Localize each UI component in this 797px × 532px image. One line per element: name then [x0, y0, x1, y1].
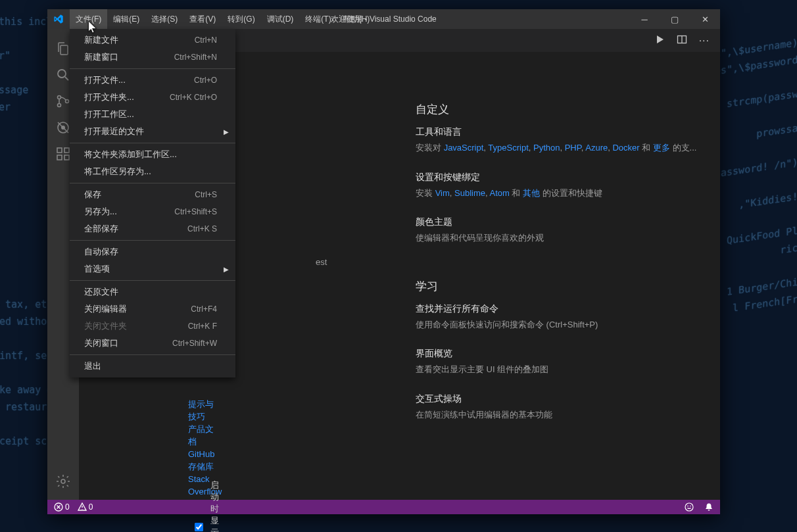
- customize-heading: 自定义: [416, 102, 700, 117]
- link-python[interactable]: Python: [533, 143, 560, 153]
- save-item[interactable]: 保存Ctrl+S: [70, 186, 235, 203]
- new-window-item[interactable]: 新建窗口Ctrl+Shift+N: [70, 49, 235, 66]
- more-actions-icon[interactable]: ···: [699, 35, 710, 47]
- menu-entry-label: 将工作区另存为...: [84, 166, 151, 178]
- preferences-item[interactable]: 首选项▶: [70, 260, 235, 278]
- menu-entry-shortcut: Ctrl+Shift+W: [172, 339, 217, 348]
- exit-item[interactable]: 退出: [70, 358, 235, 375]
- link-azure[interactable]: Azure: [585, 143, 608, 153]
- menu-entry-shortcut: Ctrl+Shift+S: [174, 207, 217, 216]
- link-github-repo[interactable]: GitHub 存储库: [188, 448, 222, 473]
- menu-entry-shortcut: Ctrl+K Ctrl+O: [170, 93, 217, 102]
- link-docker[interactable]: Docker: [612, 143, 639, 153]
- ui-overview-desc: 查看突出显示主要 UI 组件的叠加图: [416, 363, 700, 376]
- link-other-keymaps[interactable]: 其他: [523, 188, 540, 198]
- menu-entry-label: 打开文件...: [84, 74, 126, 86]
- ui-overview-section[interactable]: 界面概览 查看突出显示主要 UI 组件的叠加图: [416, 348, 700, 376]
- open-workspace-item[interactable]: 打开工作区...: [70, 106, 235, 123]
- svg-point-3: [66, 100, 69, 103]
- settings-title: 设置和按键绑定: [416, 172, 700, 183]
- vscode-logo-icon: [47, 14, 70, 24]
- recent-fragment: est: [316, 257, 327, 267]
- show-welcome-label: 启动时显示欢迎页: [210, 479, 219, 532]
- link-docs[interactable]: 产品文档: [188, 423, 222, 448]
- menu-selection[interactable]: 选择(S): [145, 9, 183, 29]
- menu-help[interactable]: 帮助(H): [337, 9, 376, 29]
- svg-rect-9: [64, 148, 69, 153]
- svg-point-1: [58, 96, 61, 99]
- menu-entry-label: 退出: [84, 360, 101, 372]
- svg-point-13: [685, 503, 693, 511]
- menu-edit[interactable]: 编辑(E): [107, 9, 145, 29]
- open-file-item[interactable]: 打开文件...Ctrl+O: [70, 72, 235, 89]
- tools-title: 工具和语言: [416, 126, 700, 138]
- status-problems[interactable]: 0 0: [54, 502, 93, 512]
- autosave-item[interactable]: 自动保存: [70, 243, 235, 260]
- link-more-langs[interactable]: 更多: [653, 143, 670, 153]
- menu-entry-label: 新建文件: [84, 34, 118, 46]
- revert-file-item[interactable]: 还原文件: [70, 283, 235, 301]
- link-typescript[interactable]: TypeScript: [488, 143, 528, 153]
- color-desc: 使编辑器和代码呈现你喜欢的外观: [416, 231, 700, 245]
- settings-gear-icon[interactable]: [47, 468, 79, 495]
- save-all-item[interactable]: 全部保存Ctrl+K S: [70, 220, 235, 237]
- svg-point-10: [61, 479, 65, 483]
- find-commands-title: 查找并运行所有命令: [416, 303, 700, 315]
- menu-view[interactable]: 查看(V): [183, 9, 222, 29]
- menu-entry-label: 保存: [84, 189, 101, 201]
- notifications-bell-icon[interactable]: [704, 502, 713, 512]
- svg-point-14: [687, 506, 688, 507]
- open-folder-item[interactable]: 打开文件夹...Ctrl+K Ctrl+O: [70, 89, 235, 106]
- menu-separator: [70, 143, 235, 143]
- show-welcome-checkbox[interactable]: 启动时显示欢迎页: [192, 479, 219, 532]
- feedback-smiley-icon[interactable]: [685, 502, 694, 512]
- menu-go[interactable]: 转到(G): [222, 9, 260, 29]
- menu-entry-label: 还原文件: [84, 286, 118, 298]
- vscode-window: 文件(F) 编辑(E) 选择(S) 查看(V) 转到(G) 调试(D) 终端(T…: [47, 9, 720, 514]
- open-recent-item[interactable]: 打开最近的文件▶: [70, 123, 235, 140]
- split-editor-icon[interactable]: [677, 34, 687, 47]
- run-icon[interactable]: [654, 34, 665, 47]
- save-workspace-as-item[interactable]: 将工作区另存为...: [70, 163, 235, 180]
- status-bar: 0 0: [47, 500, 720, 514]
- link-javascript[interactable]: JavaScript: [444, 143, 484, 153]
- close-window-item[interactable]: 关闭窗口Ctrl+Shift+W: [70, 335, 235, 352]
- menu-entry-shortcut: Ctrl+N: [195, 36, 217, 45]
- playground-section[interactable]: 交互式操场 在简短演练中试用编辑器的基本功能: [416, 393, 700, 422]
- menubar: 文件(F) 编辑(E) 选择(S) 查看(V) 转到(G) 调试(D) 终端(T…: [70, 9, 375, 29]
- link-atom[interactable]: Atom: [490, 188, 510, 198]
- titlebar: 文件(F) 编辑(E) 选择(S) 查看(V) 转到(G) 调试(D) 终端(T…: [47, 9, 720, 29]
- menu-debug[interactable]: 调试(D): [261, 9, 300, 29]
- link-php[interactable]: PHP: [565, 143, 581, 153]
- submenu-arrow-icon: ▶: [224, 266, 229, 273]
- add-folder-item[interactable]: 将文件夹添加到工作区...: [70, 146, 235, 163]
- menu-entry-label: 另存为...: [84, 206, 117, 218]
- color-theme-section[interactable]: 颜色主题 使编辑器和代码呈现你喜欢的外观: [416, 216, 700, 245]
- menu-separator: [70, 240, 235, 241]
- playground-title: 交互式操场: [416, 393, 700, 405]
- maximize-button[interactable]: ▢: [660, 9, 690, 29]
- minimize-button[interactable]: ─: [629, 9, 660, 29]
- error-icon: [54, 502, 63, 512]
- mouse-cursor-icon: [88, 21, 97, 34]
- menu-entry-label: 关闭文件夹: [84, 320, 127, 332]
- svg-point-15: [690, 506, 691, 507]
- link-vim[interactable]: Vim: [435, 188, 450, 198]
- link-sublime[interactable]: Sublime: [454, 188, 485, 198]
- ui-overview-title: 界面概览: [416, 348, 700, 360]
- show-welcome-input[interactable]: [195, 523, 203, 531]
- find-commands-section[interactable]: 查找并运行所有命令 使用命令面板快速访问和搜索命令 (Ctrl+Shift+P): [416, 303, 700, 331]
- save-as-item[interactable]: 另存为...Ctrl+Shift+S: [70, 203, 235, 220]
- menu-separator: [70, 183, 235, 183]
- close-folder-item: 关闭文件夹Ctrl+K F: [70, 318, 235, 335]
- close-editor-item[interactable]: 关闭编辑器Ctrl+F4: [70, 301, 235, 318]
- svg-rect-7: [57, 155, 62, 160]
- link-tips[interactable]: 提示与技巧: [188, 398, 222, 423]
- find-commands-desc: 使用命令面板快速访问和搜索命令 (Ctrl+Shift+P): [416, 318, 700, 331]
- menu-terminal[interactable]: 终端(T): [299, 9, 337, 29]
- close-button[interactable]: ✕: [690, 9, 720, 29]
- menu-entry-label: 新建窗口: [84, 51, 118, 63]
- window-controls: ─ ▢ ✕: [629, 9, 720, 29]
- svg-point-2: [58, 104, 61, 107]
- menu-entry-label: 自动保存: [84, 246, 118, 258]
